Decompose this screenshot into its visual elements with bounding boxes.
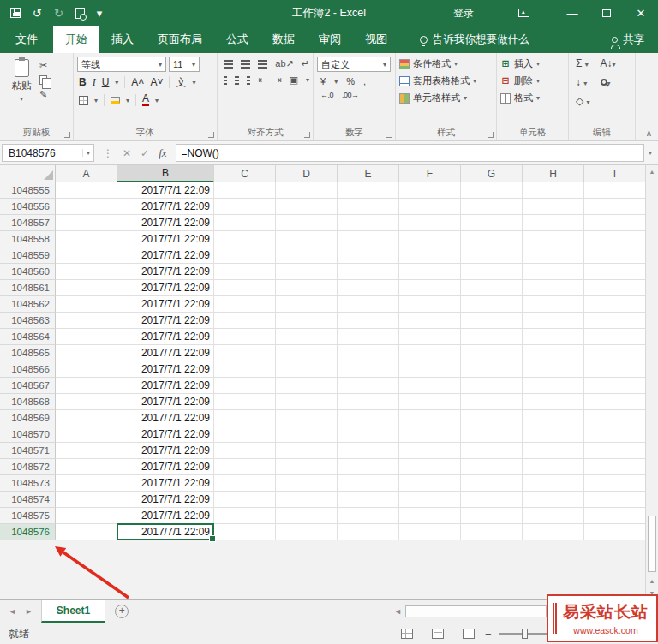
italic-button[interactable]: I xyxy=(93,76,96,89)
grid-cell-B1048567[interactable]: 2017/7/1 22:09 xyxy=(117,378,214,394)
select-all-corner[interactable] xyxy=(0,165,56,182)
grid-cell-A1048561[interactable] xyxy=(56,280,117,296)
row-header-1048566[interactable]: 1048566 xyxy=(0,361,56,378)
grid-cell-C1048567[interactable] xyxy=(214,378,276,394)
borders-icon[interactable] xyxy=(79,96,88,105)
accounting-format-icon[interactable]: ¥ xyxy=(320,76,326,86)
vertical-scroll-thumb[interactable] xyxy=(648,516,656,572)
grid-cell-F1048558[interactable] xyxy=(399,231,461,247)
grid-cell-F1048574[interactable] xyxy=(399,492,461,508)
column-header-E[interactable]: E xyxy=(338,165,399,182)
grid-cell-C1048557[interactable] xyxy=(214,215,276,231)
grid-cell-H1048572[interactable] xyxy=(523,459,584,475)
name-box[interactable]: B1048576 ▾ xyxy=(2,144,94,162)
grid-cell-C1048570[interactable] xyxy=(214,426,276,443)
tab-视图[interactable]: 视图 xyxy=(353,26,399,53)
grid-cell-H1048566[interactable] xyxy=(523,361,584,378)
grid-cell-H1048575[interactable] xyxy=(523,508,584,524)
grid-cell-B1048556[interactable]: 2017/7/1 22:09 xyxy=(117,199,214,215)
grid-cell-A1048576[interactable] xyxy=(56,524,117,540)
increase-decimal-icon[interactable]: ←.0 xyxy=(320,91,333,99)
grid-cell-A1048560[interactable] xyxy=(56,264,117,280)
comma-style-icon[interactable]: , xyxy=(363,76,366,86)
clipboard-dialog-launcher-icon[interactable] xyxy=(64,132,70,138)
format-painter-icon[interactable]: ✎ xyxy=(39,89,47,100)
print-preview-icon[interactable] xyxy=(75,8,85,19)
grid-cell-I1048574[interactable] xyxy=(584,492,646,508)
grid-cell-G1048560[interactable] xyxy=(461,264,523,280)
grid-cell-B1048572[interactable]: 2017/7/1 22:09 xyxy=(117,459,214,475)
sign-in-button[interactable]: 登录 xyxy=(453,6,474,21)
grid-cell-E1048556[interactable] xyxy=(338,199,399,215)
grid-cell-F1048560[interactable] xyxy=(399,264,461,280)
grid-cell-A1048572[interactable] xyxy=(56,459,117,475)
grid-cell-B1048557[interactable]: 2017/7/1 22:09 xyxy=(117,215,214,231)
grid-cell-D1048562[interactable] xyxy=(276,296,338,313)
grid-cell-D1048567[interactable] xyxy=(276,378,338,394)
grid-cell-B1048566[interactable]: 2017/7/1 22:09 xyxy=(117,361,214,378)
number-dialog-launcher-icon[interactable] xyxy=(386,132,392,138)
copy-icon[interactable] xyxy=(39,75,47,85)
grid-cell-B1048562[interactable]: 2017/7/1 22:09 xyxy=(117,296,214,313)
grid-cell-E1048568[interactable] xyxy=(338,394,399,410)
row-header-1048574[interactable]: 1048574 xyxy=(0,492,56,508)
grid-cell-G1048559[interactable] xyxy=(461,247,523,264)
grid-cell-I1048571[interactable] xyxy=(584,443,646,459)
grid-cell-B1048569[interactable]: 2017/7/1 22:09 xyxy=(117,410,214,426)
decrease-decimal-icon[interactable]: .00→ xyxy=(342,91,359,99)
wrap-text-icon[interactable]: ↵ xyxy=(302,58,309,69)
grid-cell-B1048560[interactable]: 2017/7/1 22:09 xyxy=(117,264,214,280)
grid-cell-C1048564[interactable] xyxy=(214,329,276,345)
grid-cell-G1048572[interactable] xyxy=(461,459,523,475)
grid-cell-G1048557[interactable] xyxy=(461,215,523,231)
merge-center-icon[interactable]: ▣ xyxy=(290,75,298,86)
grid-cell-A1048563[interactable] xyxy=(56,313,117,329)
row-header-1048557[interactable]: 1048557 xyxy=(0,215,56,231)
grid-cell-E1048572[interactable] xyxy=(338,459,399,475)
insert-cells-button[interactable]: ⊞ 插入 ▾ xyxy=(500,57,565,70)
grid-cell-G1048556[interactable] xyxy=(461,199,523,215)
grid-cell-I1048559[interactable] xyxy=(584,247,646,264)
grid-cell-A1048567[interactable] xyxy=(56,378,117,394)
grid-cell-C1048573[interactable] xyxy=(214,475,276,492)
tab-插入[interactable]: 插入 xyxy=(99,26,146,53)
grid-cell-E1048562[interactable] xyxy=(338,296,399,313)
sort-filter-button[interactable]: A↓▾ xyxy=(601,57,616,69)
grid-cell-F1048568[interactable] xyxy=(399,394,461,410)
horizontal-scrollbar[interactable]: ◄ xyxy=(394,605,547,618)
grid-cell-F1048572[interactable] xyxy=(399,459,461,475)
grid-cell-A1048559[interactable] xyxy=(56,247,117,264)
grid-cell-C1048559[interactable] xyxy=(214,247,276,264)
alignment-dialog-launcher-icon[interactable] xyxy=(304,132,310,138)
page-layout-view-icon[interactable] xyxy=(432,629,444,639)
tab-页面布局[interactable]: 页面布局 xyxy=(146,26,214,53)
save-icon[interactable] xyxy=(10,8,21,18)
grid-cell-H1048556[interactable] xyxy=(523,199,584,215)
scroll-left-icon[interactable]: ◄ xyxy=(394,607,402,616)
cell-styles-button[interactable]: 单元格样式 ▾ xyxy=(399,92,493,104)
underline-button[interactable]: U xyxy=(102,76,110,88)
grid-cell-H1048558[interactable] xyxy=(523,231,584,247)
grid-cell-A1048575[interactable] xyxy=(56,508,117,524)
expand-formula-bar-icon[interactable]: ▾ xyxy=(644,149,656,157)
vertical-scrollbar[interactable]: ▲ ▲ ▼ xyxy=(645,165,658,599)
grid-cell-G1048576[interactable] xyxy=(461,524,523,540)
row-header-1048575[interactable]: 1048575 xyxy=(0,508,56,524)
grid-cell-E1048574[interactable] xyxy=(338,492,399,508)
grid-cell-E1048560[interactable] xyxy=(338,264,399,280)
grid-cell-E1048558[interactable] xyxy=(338,231,399,247)
decrease-indent-icon[interactable]: ⇤ xyxy=(258,75,266,86)
grid-cell-B1048568[interactable]: 2017/7/1 22:09 xyxy=(117,394,214,410)
zoom-slider-thumb[interactable] xyxy=(522,629,528,639)
customize-qat-chevron-icon[interactable]: ▾ xyxy=(97,8,103,19)
row-header-1048562[interactable]: 1048562 xyxy=(0,296,56,313)
row-header-1048559[interactable]: 1048559 xyxy=(0,247,56,264)
grid-cell-D1048568[interactable] xyxy=(276,394,338,410)
grid-cell-C1048566[interactable] xyxy=(214,361,276,378)
find-select-button[interactable]: ▾ xyxy=(601,76,616,88)
grid-cell-F1048564[interactable] xyxy=(399,329,461,345)
grid-cell-E1048564[interactable] xyxy=(338,329,399,345)
grid-cell-C1048560[interactable] xyxy=(214,264,276,280)
grid-cell-E1048573[interactable] xyxy=(338,475,399,492)
font-dialog-launcher-icon[interactable] xyxy=(208,132,214,138)
